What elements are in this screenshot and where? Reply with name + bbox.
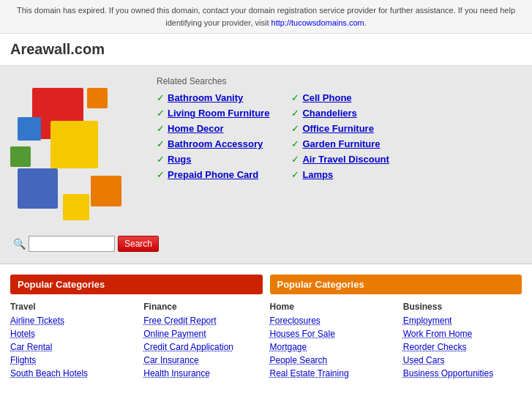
cat-heading-finance: Finance (143, 302, 262, 312)
search-link-prepaid[interactable]: Prepaid Phone Card (168, 169, 258, 180)
search-link-bathroom-vanity[interactable]: Bathroom Vanity (168, 92, 243, 103)
search-icon: 🔍 (13, 238, 26, 250)
link-online-payment[interactable]: Online Payment (143, 329, 206, 339)
main-content: 🔍 Search Related Searches ✓ Bathroom Van… (0, 66, 532, 264)
link-business-opportunities[interactable]: Business Opportunities (403, 368, 493, 379)
check-icon: ✓ (291, 154, 299, 165)
link-mortgage[interactable]: Mortgage (270, 342, 307, 352)
list-item: Car Insurance (143, 354, 262, 365)
link-south-beach-hotels[interactable]: South Beach Hotels (10, 368, 88, 379)
cat-columns-left: Travel Airline Tickets Hotels Car Rental… (10, 302, 263, 381)
search-item: ✓ Cell Phone (291, 92, 389, 103)
cat-col-travel: Travel Airline Tickets Hotels Car Rental… (10, 302, 129, 381)
search-bar: 🔍 Search (10, 236, 142, 252)
check-icon: ✓ (291, 169, 299, 180)
list-item: Flights (10, 354, 129, 365)
list-item: Health Insurance (143, 368, 262, 379)
cat-list-business: Employment Work From Home Reorder Checks… (403, 315, 522, 379)
check-icon: ✓ (291, 123, 299, 134)
logo-area: 🔍 Search (10, 73, 142, 252)
search-link-garden-furniture[interactable]: Garden Furniture (302, 138, 380, 149)
search-item: ✓ Prepaid Phone Card (157, 169, 269, 180)
logo-block-blue-small (18, 117, 41, 141)
link-houses-for-sale[interactable]: Houses For Sale (270, 329, 335, 339)
logo-block-orange-right (91, 176, 121, 206)
logo-block-blue-medium (18, 168, 58, 209)
list-item: Reorder Checks (403, 341, 522, 352)
link-free-credit-report[interactable]: Free Credit Report (143, 316, 216, 326)
search-item: ✓ Office Furniture (291, 123, 389, 134)
check-icon: ✓ (157, 169, 165, 180)
list-item: Real Estate Training (270, 368, 389, 379)
search-link-office-furniture[interactable]: Office Furniture (302, 123, 374, 134)
related-searches-heading: Related Searches (157, 76, 522, 86)
list-item: Used Cars (403, 354, 522, 365)
search-link-lamps[interactable]: Lamps (302, 169, 333, 180)
logo-block-green (10, 146, 31, 167)
cat-columns-right: Home Foreclosures Houses For Sale Mortga… (270, 302, 522, 381)
link-people-search[interactable]: People Search (270, 355, 328, 365)
list-item: Foreclosures (270, 315, 389, 326)
logo-block-orange-small (87, 88, 108, 108)
link-hotels[interactable]: Hotels (10, 329, 35, 339)
cat-panel-right: Popular Categories Home Foreclosures Hou… (270, 275, 522, 381)
search-item: ✓ Rugs (157, 154, 269, 165)
link-real-estate-training[interactable]: Real Estate Training (270, 368, 349, 379)
list-item: South Beach Hotels (10, 368, 129, 379)
check-icon: ✓ (157, 154, 165, 165)
search-button[interactable]: Search (118, 236, 159, 252)
search-link-air-travel[interactable]: Air Travel Discount (302, 154, 389, 165)
search-item: ✓ Garden Furniture (291, 138, 389, 149)
search-item: ✓ Home Decor (157, 123, 269, 134)
site-title: Areawall.com (0, 34, 532, 66)
list-item: Credit Card Application (143, 341, 262, 352)
check-icon: ✓ (157, 138, 165, 149)
search-item: ✓ Air Travel Discount (291, 154, 389, 165)
search-link-cell-phone[interactable]: Cell Phone (302, 92, 351, 103)
categories-section: Popular Categories Travel Airline Ticket… (0, 264, 532, 388)
search-link-home-decor[interactable]: Home Decor (168, 123, 224, 134)
cat-panel-left: Popular Categories Travel Airline Ticket… (10, 275, 263, 381)
link-flights[interactable]: Flights (10, 355, 36, 365)
cat-list-finance: Free Credit Report Online Payment Credit… (143, 315, 262, 379)
cat-heading-business: Business (403, 302, 522, 312)
list-item: Car Rental (10, 341, 129, 352)
check-icon: ✓ (291, 92, 299, 103)
link-health-insurance[interactable]: Health Insurance (143, 368, 210, 379)
search-col-left: ✓ Bathroom Vanity ✓ Living Room Furnitur… (157, 92, 269, 180)
link-used-cars[interactable]: Used Cars (403, 355, 445, 365)
check-icon: ✓ (157, 108, 165, 119)
logo-blocks (10, 88, 131, 227)
cat-col-finance: Finance Free Credit Report Online Paymen… (143, 302, 262, 381)
link-work-from-home[interactable]: Work From Home (403, 329, 472, 339)
cat-col-business: Business Employment Work From Home Reord… (403, 302, 522, 381)
logo-block-yellow2 (63, 194, 89, 220)
cat-header-right: Popular Categories (270, 275, 522, 294)
search-item: ✓ Lamps (291, 169, 389, 180)
related-searches: Related Searches ✓ Bathroom Vanity ✓ Liv… (157, 73, 522, 180)
cat-header-left: Popular Categories (10, 275, 263, 294)
link-airline-tickets[interactable]: Airline Tickets (10, 316, 64, 326)
search-link-chandeliers[interactable]: Chandeliers (302, 108, 356, 119)
link-reorder-checks[interactable]: Reorder Checks (403, 342, 467, 352)
link-foreclosures[interactable]: Foreclosures (270, 316, 321, 326)
check-icon: ✓ (157, 92, 165, 103)
search-link-bathroom-accessory[interactable]: Bathroom Accessory (168, 138, 263, 149)
search-item: ✓ Chandeliers (291, 108, 389, 119)
search-input[interactable] (29, 236, 115, 252)
list-item: People Search (270, 354, 389, 365)
search-item: ✓ Living Room Furniture (157, 108, 269, 119)
top-bar-link[interactable]: http://tucowsdomains.com (271, 18, 364, 27)
link-credit-card-application[interactable]: Credit Card Application (143, 342, 233, 352)
link-car-insurance[interactable]: Car Insurance (143, 355, 198, 365)
search-item: ✓ Bathroom Vanity (157, 92, 269, 103)
cat-list-travel: Airline Tickets Hotels Car Rental Flight… (10, 315, 129, 379)
cat-col-home: Home Foreclosures Houses For Sale Mortga… (270, 302, 389, 381)
link-employment[interactable]: Employment (403, 316, 452, 326)
check-icon: ✓ (291, 108, 299, 119)
list-item: Free Credit Report (143, 315, 262, 326)
search-link-rugs[interactable]: Rugs (168, 154, 192, 165)
link-car-rental[interactable]: Car Rental (10, 342, 52, 352)
top-bar: This domain has expired. If you owned th… (0, 0, 532, 34)
search-link-living-room[interactable]: Living Room Furniture (168, 108, 269, 119)
